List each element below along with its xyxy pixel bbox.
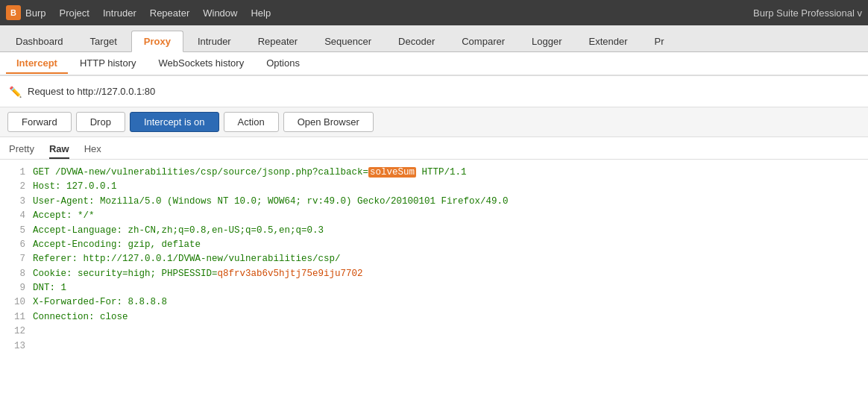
subtab-websockets-history[interactable]: WebSockets history: [148, 54, 255, 74]
code-area: 1 GET /DVWA-new/vulnerabilities/csp/sour…: [0, 160, 868, 411]
code-line-6: 6 Accept-Encoding: gzip, deflate: [9, 238, 859, 252]
intercept-toggle-button[interactable]: Intercept is on: [130, 112, 219, 132]
line-num-4: 4: [9, 209, 25, 223]
line-num-7: 7: [9, 252, 25, 266]
code-line-2: 2 Host: 127.0.0.1: [9, 180, 859, 194]
code-line-9: 9 DNT: 1: [9, 281, 859, 295]
fmt-tab-hex[interactable]: Hex: [84, 143, 101, 159]
code-line-11: 11 Connection: close: [9, 310, 859, 324]
line-num-11: 11: [9, 310, 25, 324]
drop-button[interactable]: Drop: [76, 112, 125, 132]
tab-proxy[interactable]: Proxy: [131, 31, 183, 52]
open-browser-button[interactable]: Open Browser: [283, 112, 374, 132]
subtab-options[interactable]: Options: [256, 54, 310, 74]
menu-burp[interactable]: Burp: [25, 7, 45, 19]
line-num-13: 13: [9, 339, 25, 354]
tab-pr[interactable]: Pr: [642, 31, 677, 51]
main-nav: Dashboard Target Proxy Intruder Repeater…: [0, 25, 868, 52]
subtab-http-history[interactable]: HTTP history: [69, 54, 147, 74]
code-line-13: 13: [9, 339, 859, 354]
menu-project[interactable]: Project: [59, 7, 89, 19]
menu-repeater[interactable]: Repeater: [150, 7, 189, 19]
line-num-12: 12: [9, 324, 25, 339]
menu-intruder[interactable]: Intruder: [103, 7, 136, 19]
app-icon: B: [6, 5, 21, 20]
tab-intruder[interactable]: Intruder: [185, 31, 244, 51]
code-line-8: 8 Cookie: security=high; PHPSESSID=q8frv…: [9, 267, 859, 281]
line-num-8: 8: [9, 267, 25, 281]
tab-extender[interactable]: Extender: [576, 31, 641, 51]
tab-decoder[interactable]: Decoder: [386, 31, 447, 51]
tab-sequencer[interactable]: Sequencer: [312, 31, 384, 51]
format-tabs: Pretty Raw Hex: [0, 137, 868, 160]
request-url: Request to http://127.0.0.1:80: [28, 86, 155, 97]
code-line-7: 7 Referer: http://127.0.0.1/DVWA-new/vul…: [9, 252, 859, 266]
line-num-1: 1: [9, 166, 25, 180]
line-num-5: 5: [9, 224, 25, 238]
tab-comparer[interactable]: Comparer: [449, 31, 518, 51]
menu-bar[interactable]: Burp Project Intruder Repeater Window He…: [25, 7, 271, 19]
code-line-12: 12: [9, 324, 859, 339]
code-line-4: 4 Accept: */*: [9, 209, 859, 223]
code-line-5: 5 Accept-Language: zh-CN,zh;q=0.8,en-US;…: [9, 224, 859, 238]
line-num-9: 9: [9, 281, 25, 295]
toolbar: Forward Drop Intercept is on Action Open…: [0, 107, 868, 137]
highlight-solveSum: solveSum: [368, 167, 416, 178]
tab-repeater[interactable]: Repeater: [245, 31, 310, 51]
action-button[interactable]: Action: [224, 112, 279, 132]
line-num-6: 6: [9, 238, 25, 252]
menu-help[interactable]: Help: [251, 7, 271, 19]
line-num-10: 10: [9, 295, 25, 310]
request-bar: ✏️ Request to http://127.0.0.1:80: [0, 76, 868, 107]
tab-target[interactable]: Target: [78, 31, 130, 51]
forward-button[interactable]: Forward: [7, 112, 72, 132]
tab-dashboard[interactable]: Dashboard: [3, 31, 76, 51]
code-line-3: 3 User-Agent: Mozilla/5.0 (Windows NT 10…: [9, 195, 859, 209]
sub-nav: Intercept HTTP history WebSockets histor…: [0, 52, 868, 76]
fmt-tab-raw[interactable]: Raw: [49, 143, 69, 159]
code-line-1: 1 GET /DVWA-new/vulnerabilities/csp/sour…: [9, 166, 859, 180]
line-num-2: 2: [9, 180, 25, 194]
fmt-tab-pretty[interactable]: Pretty: [9, 143, 34, 159]
app-title: Burp Suite Professional v: [753, 7, 862, 19]
pencil-icon: ✏️: [9, 86, 22, 98]
code-line-10: 10 X-Forwarded-For: 8.8.8.8: [9, 295, 859, 310]
subtab-intercept[interactable]: Intercept: [6, 54, 68, 74]
cookie-value: q8frv3ab6v5hjtj75e9iju7702: [218, 269, 363, 279]
tab-logger[interactable]: Logger: [519, 31, 574, 51]
title-bar: B Burp Project Intruder Repeater Window …: [0, 0, 868, 25]
line-num-3: 3: [9, 195, 25, 209]
menu-window[interactable]: Window: [203, 7, 237, 19]
